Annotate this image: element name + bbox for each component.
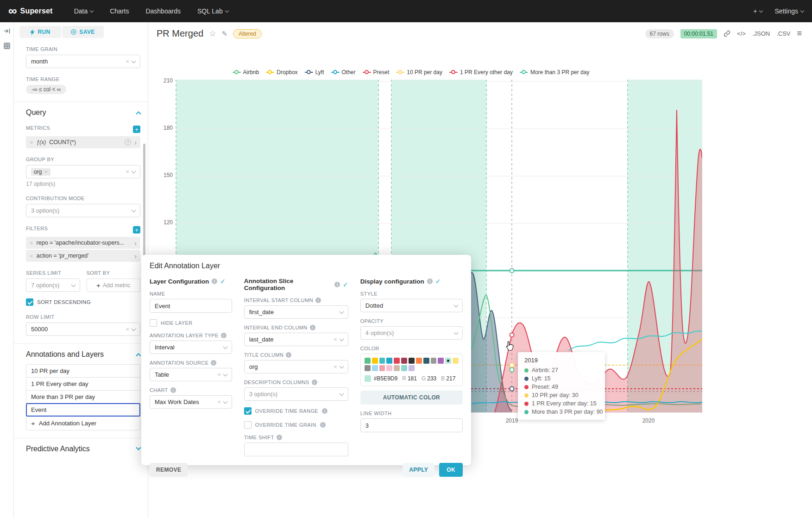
chart-select[interactable]: Max Work Dates ×	[150, 395, 232, 409]
sort-by-add-metric[interactable]: + Add metric	[87, 278, 141, 292]
ok-button[interactable]: OK	[439, 463, 463, 477]
legend-item[interactable]: Other	[331, 69, 356, 76]
remove-tag-icon[interactable]: ×	[44, 169, 48, 175]
color-swatch[interactable]	[409, 365, 415, 371]
legend-item[interactable]: 1 PR Every other day	[449, 69, 513, 76]
time-range-pill[interactable]: -∞ ≤ col < ∞	[26, 85, 66, 94]
color-swatch[interactable]	[431, 358, 437, 364]
clear-icon[interactable]: ×	[126, 326, 129, 332]
color-swatch[interactable]	[365, 358, 371, 364]
color-swatch[interactable]	[423, 358, 429, 364]
legend-item[interactable]: Preset	[363, 69, 390, 76]
color-swatch[interactable]	[379, 358, 385, 364]
altered-badge[interactable]: Altered	[233, 29, 262, 38]
annotation-source-select[interactable]: Table ×	[150, 368, 232, 381]
color-swatch[interactable]	[379, 365, 385, 371]
remove-filter-icon[interactable]: ×	[30, 253, 33, 259]
favorite-star-icon[interactable]: ☆	[209, 29, 216, 38]
collapse-panel-icon[interactable]	[4, 28, 10, 36]
annotation-layer-item[interactable]: More than 3 PR per day	[26, 390, 140, 404]
series-limit-select[interactable]: 7 option(s)	[26, 278, 80, 292]
interval-start-select[interactable]: first_date	[244, 305, 348, 319]
annotations-section-header[interactable]: Annotations and Layers	[26, 350, 140, 359]
clear-icon[interactable]: ×	[334, 336, 337, 342]
group-by-tag[interactable]: org×	[31, 168, 50, 176]
nav-sqllab[interactable]: SQL Lab	[197, 7, 228, 15]
color-swatch[interactable]	[365, 365, 371, 371]
clear-icon[interactable]: ×	[126, 169, 129, 175]
add-filter-plus-button[interactable]: +	[133, 226, 140, 234]
color-swatch[interactable]	[409, 358, 415, 364]
legend-item[interactable]: More than 3 PR per day	[520, 69, 589, 76]
nav-charts[interactable]: Charts	[110, 7, 129, 15]
legend-item[interactable]: 10 PR per day	[396, 69, 442, 76]
add-metric-plus-button[interactable]: +	[133, 126, 140, 133]
style-select[interactable]: Dotted	[360, 299, 463, 312]
add-annotation-layer-button[interactable]: + Add Annotation Layer	[26, 416, 140, 430]
color-swatch[interactable]	[416, 358, 422, 364]
save-button[interactable]: SAVE	[62, 26, 104, 38]
share-link-icon[interactable]	[724, 30, 730, 37]
sort-descending-checkbox[interactable]: SORT DESCENDING	[26, 298, 140, 306]
title-column-select[interactable]: org ×	[244, 360, 348, 373]
nav-data[interactable]: Data	[74, 7, 94, 15]
query-section-header[interactable]: Query	[26, 108, 140, 117]
override-time-range-checkbox[interactable]: OVERRIDE TIME RANGE i	[244, 407, 348, 415]
opacity-select[interactable]: 4 option(s)	[360, 326, 463, 340]
clear-icon[interactable]: ×	[217, 399, 221, 405]
run-button[interactable]: RUN	[19, 26, 61, 38]
panel-scrollbar[interactable]	[143, 144, 145, 262]
annotation-layer-item[interactable]: Event	[26, 403, 140, 417]
apply-button[interactable]: APPLY	[403, 463, 434, 477]
group-by-select[interactable]: org× ×	[26, 165, 140, 178]
remove-button[interactable]: REMOVE	[150, 463, 188, 477]
color-swatch[interactable]	[394, 358, 400, 364]
time-shift-input[interactable]	[244, 442, 348, 456]
menu-icon[interactable]: ≡	[797, 29, 802, 38]
color-swatch[interactable]	[386, 365, 392, 371]
name-input[interactable]	[150, 299, 232, 313]
nav-new-button[interactable]: +	[753, 7, 762, 15]
legend-item[interactable]: Lyft	[305, 69, 324, 76]
embed-code-icon[interactable]: </>	[737, 30, 746, 37]
legend-item[interactable]: Dropbox	[266, 69, 297, 76]
clear-icon[interactable]: ×	[217, 372, 221, 378]
line-width-input[interactable]	[360, 418, 463, 432]
color-swatch[interactable]	[386, 358, 392, 364]
color-swatch[interactable]	[401, 358, 407, 364]
export-csv-button[interactable]: .CSV	[776, 30, 790, 37]
color-swatch[interactable]	[401, 365, 407, 371]
clear-icon[interactable]: ×	[126, 58, 129, 64]
color-swatch[interactable]	[372, 365, 378, 371]
override-time-grain-checkbox[interactable]: OVERRIDE TIME GRAIN i	[244, 421, 348, 429]
filter-pill[interactable]: × action = 'pr_merged' ›	[26, 250, 140, 262]
predictive-section-header[interactable]: Predictive Analytics	[26, 445, 140, 453]
contribution-mode-select[interactable]: 3 option(s)	[26, 204, 140, 217]
annotation-layer-item[interactable]: 1 PR Every other day	[26, 377, 140, 391]
interval-end-select[interactable]: last_date ×	[244, 333, 348, 346]
metric-pill[interactable]: × ƒ(x) COUNT(*) ? ›	[26, 136, 140, 148]
remove-filter-icon[interactable]: ×	[30, 240, 33, 246]
superset-logo[interactable]: ∞ Superset	[8, 6, 53, 17]
datasource-grid-icon[interactable]	[4, 43, 10, 51]
hide-layer-checkbox[interactable]: HIDE LAYER	[150, 319, 232, 327]
color-swatch[interactable]	[394, 365, 400, 371]
export-json-button[interactable]: .JSON	[752, 30, 770, 37]
row-limit-select[interactable]: 50000 ×	[26, 322, 140, 336]
time-grain-select[interactable]: month ×	[26, 55, 140, 68]
color-swatch[interactable]	[438, 358, 444, 364]
remove-metric-icon[interactable]: ×	[30, 139, 33, 145]
color-swatch[interactable]	[445, 358, 451, 364]
automatic-color-button[interactable]: AUTOMATIC COLOR	[360, 391, 463, 404]
edit-title-icon[interactable]: ✎	[221, 30, 227, 38]
nav-settings[interactable]: Settings	[774, 7, 804, 15]
annotation-layer-type-select[interactable]: Interval	[150, 341, 232, 354]
color-swatch[interactable]	[453, 358, 459, 364]
clear-icon[interactable]: ×	[334, 364, 337, 370]
description-columns-select[interactable]: 3 option(s)	[244, 387, 348, 401]
annotation-layer-item[interactable]: 10 PR per day	[26, 364, 140, 378]
legend-item[interactable]: Airbnb	[233, 69, 259, 76]
color-swatch[interactable]	[372, 358, 378, 364]
nav-dashboards[interactable]: Dashboards	[145, 7, 181, 15]
filter-pill[interactable]: × repo = 'apache/incubator-supers... ›	[26, 237, 140, 249]
